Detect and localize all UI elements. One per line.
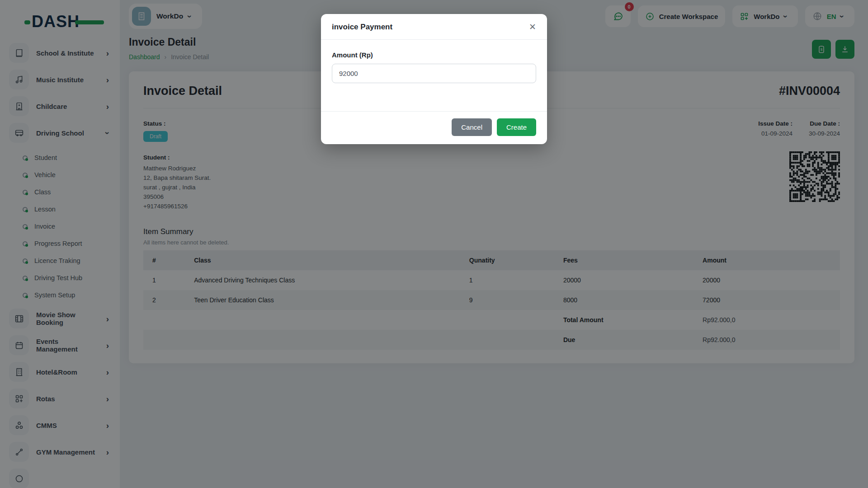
amount-label: Amount (Rp) [332,51,536,59]
invoice-payment-modal: invoice Payment ✕ Amount (Rp) Cancel Cre… [321,14,547,144]
modal-title: invoice Payment [332,23,392,31]
cancel-button[interactable]: Cancel [452,118,492,136]
create-button[interactable]: Create [497,118,536,136]
close-icon[interactable]: ✕ [525,20,540,34]
amount-input[interactable] [332,64,536,83]
